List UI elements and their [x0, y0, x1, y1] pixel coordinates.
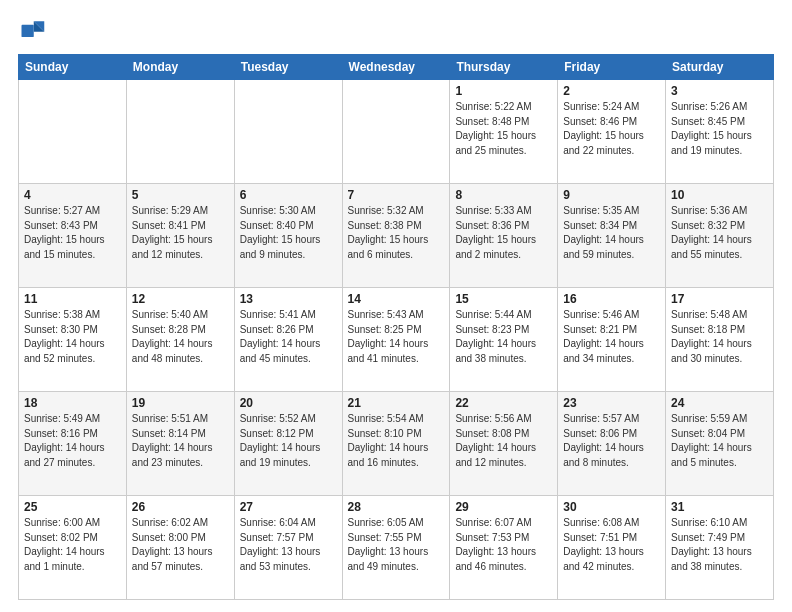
calendar-cell: 29Sunrise: 6:07 AMSunset: 7:53 PMDayligh… [450, 496, 558, 600]
calendar-cell: 5Sunrise: 5:29 AMSunset: 8:41 PMDaylight… [126, 184, 234, 288]
calendar-cell: 20Sunrise: 5:52 AMSunset: 8:12 PMDayligh… [234, 392, 342, 496]
day-number: 28 [348, 500, 445, 514]
weekday-header-row: SundayMondayTuesdayWednesdayThursdayFrid… [19, 55, 774, 80]
day-number: 3 [671, 84, 768, 98]
day-number: 22 [455, 396, 552, 410]
calendar-cell [19, 80, 127, 184]
day-number: 26 [132, 500, 229, 514]
week-row-0: 1Sunrise: 5:22 AMSunset: 8:48 PMDaylight… [19, 80, 774, 184]
day-number: 23 [563, 396, 660, 410]
day-info: Sunrise: 5:32 AMSunset: 8:38 PMDaylight:… [348, 204, 445, 262]
day-info: Sunrise: 5:51 AMSunset: 8:14 PMDaylight:… [132, 412, 229, 470]
day-number: 21 [348, 396, 445, 410]
calendar-cell: 27Sunrise: 6:04 AMSunset: 7:57 PMDayligh… [234, 496, 342, 600]
day-number: 11 [24, 292, 121, 306]
calendar-cell [126, 80, 234, 184]
calendar-cell: 12Sunrise: 5:40 AMSunset: 8:28 PMDayligh… [126, 288, 234, 392]
day-info: Sunrise: 5:33 AMSunset: 8:36 PMDaylight:… [455, 204, 552, 262]
calendar-cell: 6Sunrise: 5:30 AMSunset: 8:40 PMDaylight… [234, 184, 342, 288]
calendar-cell: 31Sunrise: 6:10 AMSunset: 7:49 PMDayligh… [666, 496, 774, 600]
day-number: 1 [455, 84, 552, 98]
calendar-table: SundayMondayTuesdayWednesdayThursdayFrid… [18, 54, 774, 600]
day-info: Sunrise: 5:38 AMSunset: 8:30 PMDaylight:… [24, 308, 121, 366]
weekday-header-friday: Friday [558, 55, 666, 80]
weekday-header-wednesday: Wednesday [342, 55, 450, 80]
calendar-cell: 21Sunrise: 5:54 AMSunset: 8:10 PMDayligh… [342, 392, 450, 496]
day-info: Sunrise: 5:57 AMSunset: 8:06 PMDaylight:… [563, 412, 660, 470]
day-number: 19 [132, 396, 229, 410]
day-number: 20 [240, 396, 337, 410]
week-row-2: 11Sunrise: 5:38 AMSunset: 8:30 PMDayligh… [19, 288, 774, 392]
day-number: 27 [240, 500, 337, 514]
day-info: Sunrise: 5:56 AMSunset: 8:08 PMDaylight:… [455, 412, 552, 470]
calendar-cell: 24Sunrise: 5:59 AMSunset: 8:04 PMDayligh… [666, 392, 774, 496]
day-number: 12 [132, 292, 229, 306]
calendar-cell: 11Sunrise: 5:38 AMSunset: 8:30 PMDayligh… [19, 288, 127, 392]
day-number: 14 [348, 292, 445, 306]
weekday-header-tuesday: Tuesday [234, 55, 342, 80]
calendar-cell: 13Sunrise: 5:41 AMSunset: 8:26 PMDayligh… [234, 288, 342, 392]
day-info: Sunrise: 6:07 AMSunset: 7:53 PMDaylight:… [455, 516, 552, 574]
calendar-cell: 15Sunrise: 5:44 AMSunset: 8:23 PMDayligh… [450, 288, 558, 392]
calendar-cell [342, 80, 450, 184]
logo [18, 16, 50, 44]
day-info: Sunrise: 5:59 AMSunset: 8:04 PMDaylight:… [671, 412, 768, 470]
weekday-header-saturday: Saturday [666, 55, 774, 80]
weekday-header-sunday: Sunday [19, 55, 127, 80]
day-info: Sunrise: 5:22 AMSunset: 8:48 PMDaylight:… [455, 100, 552, 158]
day-info: Sunrise: 5:48 AMSunset: 8:18 PMDaylight:… [671, 308, 768, 366]
calendar-cell [234, 80, 342, 184]
day-number: 29 [455, 500, 552, 514]
day-number: 4 [24, 188, 121, 202]
calendar-cell: 22Sunrise: 5:56 AMSunset: 8:08 PMDayligh… [450, 392, 558, 496]
day-info: Sunrise: 5:46 AMSunset: 8:21 PMDaylight:… [563, 308, 660, 366]
calendar-cell: 10Sunrise: 5:36 AMSunset: 8:32 PMDayligh… [666, 184, 774, 288]
day-info: Sunrise: 6:02 AMSunset: 8:00 PMDaylight:… [132, 516, 229, 574]
calendar-cell: 1Sunrise: 5:22 AMSunset: 8:48 PMDaylight… [450, 80, 558, 184]
day-number: 8 [455, 188, 552, 202]
day-info: Sunrise: 5:36 AMSunset: 8:32 PMDaylight:… [671, 204, 768, 262]
day-info: Sunrise: 6:08 AMSunset: 7:51 PMDaylight:… [563, 516, 660, 574]
calendar-cell: 16Sunrise: 5:46 AMSunset: 8:21 PMDayligh… [558, 288, 666, 392]
week-row-3: 18Sunrise: 5:49 AMSunset: 8:16 PMDayligh… [19, 392, 774, 496]
calendar-cell: 14Sunrise: 5:43 AMSunset: 8:25 PMDayligh… [342, 288, 450, 392]
calendar-cell: 8Sunrise: 5:33 AMSunset: 8:36 PMDaylight… [450, 184, 558, 288]
day-number: 24 [671, 396, 768, 410]
calendar-cell: 17Sunrise: 5:48 AMSunset: 8:18 PMDayligh… [666, 288, 774, 392]
weekday-header-monday: Monday [126, 55, 234, 80]
day-number: 10 [671, 188, 768, 202]
day-info: Sunrise: 6:00 AMSunset: 8:02 PMDaylight:… [24, 516, 121, 574]
calendar-cell: 9Sunrise: 5:35 AMSunset: 8:34 PMDaylight… [558, 184, 666, 288]
day-info: Sunrise: 5:54 AMSunset: 8:10 PMDaylight:… [348, 412, 445, 470]
day-info: Sunrise: 5:24 AMSunset: 8:46 PMDaylight:… [563, 100, 660, 158]
day-info: Sunrise: 5:30 AMSunset: 8:40 PMDaylight:… [240, 204, 337, 262]
day-number: 16 [563, 292, 660, 306]
day-info: Sunrise: 6:10 AMSunset: 7:49 PMDaylight:… [671, 516, 768, 574]
calendar-cell: 25Sunrise: 6:00 AMSunset: 8:02 PMDayligh… [19, 496, 127, 600]
day-info: Sunrise: 5:29 AMSunset: 8:41 PMDaylight:… [132, 204, 229, 262]
day-info: Sunrise: 6:04 AMSunset: 7:57 PMDaylight:… [240, 516, 337, 574]
day-info: Sunrise: 5:43 AMSunset: 8:25 PMDaylight:… [348, 308, 445, 366]
calendar-cell: 4Sunrise: 5:27 AMSunset: 8:43 PMDaylight… [19, 184, 127, 288]
calendar-page: SundayMondayTuesdayWednesdayThursdayFrid… [0, 0, 792, 612]
calendar-cell: 19Sunrise: 5:51 AMSunset: 8:14 PMDayligh… [126, 392, 234, 496]
day-number: 25 [24, 500, 121, 514]
day-info: Sunrise: 5:52 AMSunset: 8:12 PMDaylight:… [240, 412, 337, 470]
day-number: 7 [348, 188, 445, 202]
day-info: Sunrise: 5:44 AMSunset: 8:23 PMDaylight:… [455, 308, 552, 366]
logo-icon [18, 16, 46, 44]
calendar-cell: 30Sunrise: 6:08 AMSunset: 7:51 PMDayligh… [558, 496, 666, 600]
calendar-cell: 3Sunrise: 5:26 AMSunset: 8:45 PMDaylight… [666, 80, 774, 184]
calendar-cell: 26Sunrise: 6:02 AMSunset: 8:00 PMDayligh… [126, 496, 234, 600]
calendar-cell: 7Sunrise: 5:32 AMSunset: 8:38 PMDaylight… [342, 184, 450, 288]
day-info: Sunrise: 5:41 AMSunset: 8:26 PMDaylight:… [240, 308, 337, 366]
header [18, 16, 774, 44]
day-info: Sunrise: 5:27 AMSunset: 8:43 PMDaylight:… [24, 204, 121, 262]
day-number: 5 [132, 188, 229, 202]
day-number: 9 [563, 188, 660, 202]
day-number: 31 [671, 500, 768, 514]
weekday-header-thursday: Thursday [450, 55, 558, 80]
day-number: 15 [455, 292, 552, 306]
day-info: Sunrise: 5:35 AMSunset: 8:34 PMDaylight:… [563, 204, 660, 262]
calendar-cell: 2Sunrise: 5:24 AMSunset: 8:46 PMDaylight… [558, 80, 666, 184]
